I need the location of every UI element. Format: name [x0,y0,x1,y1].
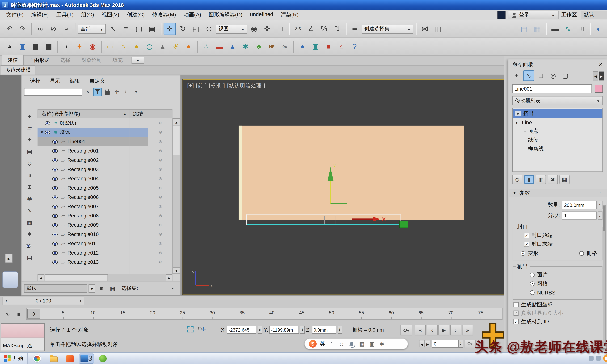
select-and-place-icon[interactable]: ⊕ [203,23,215,35]
current-frame-field[interactable]: 0 [432,340,459,348]
named-selection-sets-dropdown[interactable]: 创建选择集 [362,24,413,34]
frozen-toggle[interactable]: ❄ [148,232,172,237]
modifier-visibility-icon[interactable] [515,111,521,116]
spinner-snap-icon[interactable]: ⇅ [331,23,343,35]
material-editor-icon[interactable]: ◐ [593,23,605,35]
layers-icon[interactable] [122,88,131,96]
object-name[interactable]: 墙体 [59,129,70,136]
go-to-start-button[interactable]: « [415,325,426,335]
toggle-layer-explorer-icon[interactable]: ▦ [531,23,543,35]
macro-recorder-pane[interactable] [1,324,44,338]
scene-object-row[interactable]: ▼≋墙体❄ [38,128,172,137]
patch-radio-row[interactable]: 面片 [515,271,600,279]
redo-icon[interactable]: ↷ [16,23,29,35]
expand-panel-button[interactable] [5,254,13,263]
max-taskbar-icon[interactable]: 3 [79,353,94,364]
scroll-up-button[interactable] [173,118,180,125]
filter-containers-icon[interactable]: ▦ [24,217,35,227]
launcher-icon[interactable] [29,353,45,364]
scroll-down-button[interactable] [173,267,180,274]
render-setup-icon[interactable]: ⊟ [606,23,607,35]
material-ball-icon[interactable]: ◕ [3,40,16,53]
column-header-frozen[interactable]: 冻结 [129,110,143,117]
rtab[interactable]: 对象绘制 [76,55,107,65]
object-name[interactable]: Rectangle001 [66,148,99,154]
toggle-scene-explorer-icon[interactable]: ▤ [518,23,530,35]
light-icon[interactable]: ✦ [73,40,86,53]
visibility-eye-icon[interactable] [52,214,58,218]
modifier-list-dropdown[interactable]: 修改器列表 [512,96,603,105]
render-image-icon[interactable]: ▣ [16,40,29,53]
snapshot-icon[interactable]: ▣ [309,40,322,53]
rtab[interactable]: 建模 [2,55,24,65]
layer-list-icon[interactable] [97,284,106,293]
window-crossing-toggle-icon[interactable]: ▣ [146,23,158,35]
morph-radio[interactable]: ● [521,251,525,256]
command-panel-titlebar[interactable]: 命令面板 ✕ [508,59,607,69]
scene-object-row[interactable]: ▱Rectangle005❄ [38,183,172,193]
scene-object-row[interactable]: ▱Rectangle003❄ [38,165,172,174]
rectangular-selection-region-icon[interactable]: ▢ [133,23,145,35]
trackbar-options-icon[interactable]: ≡ [14,309,24,319]
filter-cameras-icon[interactable]: ▣ [24,146,35,156]
menu-item[interactable]: 动画(A) [180,10,205,20]
frozen-toggle[interactable]: ❄ [148,167,172,172]
transform-gizmo-toggle-icon[interactable] [201,326,206,332]
timeline-ruler[interactable]: 0 51015202530354045505560657075 [26,308,502,320]
mesh-radio[interactable]: ● [530,282,535,286]
cap-end-checkbox-row[interactable]: ✓ 封口末端 [515,240,600,249]
y-spinner[interactable] [300,326,305,334]
remove-modifier-icon[interactable]: ✖ [548,175,558,184]
frozen-toggle[interactable]: ❄ [148,259,172,265]
apostrophe-icon[interactable]: ’ [328,340,335,348]
cap-start-checkbox-row[interactable]: ✓ 封口始端 [515,231,600,240]
expand-icon[interactable]: ▼ [39,130,45,134]
frozen-toggle[interactable]: ❄ [148,222,172,228]
parameters-rollout-header[interactable]: ▼ 参数 ∷ [508,189,607,197]
ellipse-tool-icon[interactable]: ○ [117,40,129,53]
sound-icon[interactable]: ◉ [86,40,99,53]
checkbox[interactable]: ✓ [524,242,529,247]
unlink-selection-icon[interactable]: ⊘ [47,23,59,35]
set-key-button[interactable] [400,325,412,335]
filter-helpers-icon[interactable]: ◇ [24,158,35,168]
use-pivot-center-icon[interactable]: ◉ [248,23,260,35]
angle-snap-icon[interactable]: ∠ [305,23,317,35]
menu-item[interactable]: 创建(C) [123,10,148,20]
filter-shapes-icon[interactable]: ▱ [24,123,35,133]
menu-item[interactable]: 图形编辑器(D) [205,10,246,20]
layer-dropdown-button[interactable] [89,284,95,293]
scene-object-row[interactable]: ▱Rectangle011❄ [38,239,172,248]
green-app-icon[interactable] [95,353,110,364]
curve-editor-icon[interactable]: ∿ [562,23,574,35]
sphere-icon[interactable]: ● [183,40,195,53]
select-and-move-icon[interactable]: ✛ [163,23,176,35]
menu-item[interactable]: 文件(F) [2,10,27,20]
visibility-eye-icon[interactable] [52,195,58,199]
segments-field[interactable]: 1 [562,211,596,220]
object-name[interactable]: Rectangle009 [66,222,99,228]
cone-icon[interactable]: ▲ [156,40,169,53]
notes-icon[interactable]: ▤ [29,40,42,53]
frozen-toggle[interactable]: ❄ [148,176,172,182]
filter-bones-icon[interactable]: ∿ [24,205,35,215]
scene-object-row[interactable]: ▱Rectangle010❄ [38,230,172,239]
modify-tab-icon[interactable]: ∿ [523,70,534,81]
frozen-toggle[interactable]: ❄ [148,241,172,246]
object-name[interactable]: 0(默认) [59,119,76,127]
pin-stack-icon[interactable]: ⊙ [512,175,522,184]
filter-geometry-icon[interactable]: ● [24,111,35,121]
app-2345-icon[interactable] [62,353,78,364]
previous-key-button[interactable] [419,340,424,347]
scene-object-row[interactable]: ▱Rectangle009❄ [38,220,172,230]
filter-lights-icon[interactable]: ✦ [24,134,35,144]
generate-mapping-checkbox-row[interactable]: 生成贴图坐标 [513,300,603,309]
mesh-radio-row[interactable]: ● 网格 [515,279,600,288]
workspace-dropdown[interactable]: 默认 [581,11,607,19]
visibility-eye-icon[interactable] [52,140,58,143]
filter-hidden-icon[interactable] [24,241,35,251]
hair-fur-icon[interactable]: HF [266,40,278,53]
sunlight-icon[interactable]: ☀ [170,40,182,53]
select-object-icon[interactable]: ↖ [107,23,119,35]
viewport-front[interactable]: [+] [前 ] [标准 ] [默认明暗处理 ] y y x [183,79,504,295]
